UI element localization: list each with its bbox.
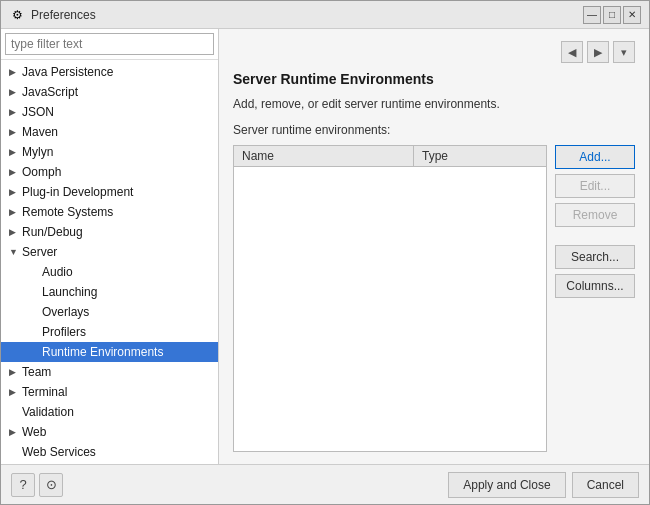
sidebar-item-server-launching[interactable]: Launching <box>1 282 218 302</box>
side-buttons: Add... Edit... Remove Search... Columns.… <box>555 145 635 452</box>
expand-arrow: ▶ <box>9 127 19 137</box>
sidebar-item-oomph[interactable]: ▶ Oomph <box>1 162 218 182</box>
sidebar-item-label: Oomph <box>22 165 61 179</box>
panel-title: Server Runtime Environments <box>233 71 635 87</box>
columns-button[interactable]: Columns... <box>555 274 635 298</box>
preferences-icon: ⚙ <box>9 7 25 23</box>
sidebar-item-label: Validation <box>22 405 74 419</box>
sidebar-item-web[interactable]: ▶ Web <box>1 422 218 442</box>
sidebar-item-label: Web Services <box>22 445 96 459</box>
settings-button[interactable]: ⊙ <box>39 473 63 497</box>
runtime-environments-table[interactable]: Name Type <box>233 145 547 452</box>
sidebar-item-javascript[interactable]: ▶ JavaScript <box>1 82 218 102</box>
preferences-window: ⚙ Preferences — □ ✕ ▶ Java Persistence ▶… <box>0 0 650 505</box>
expand-arrow <box>29 307 39 317</box>
sidebar-item-label: Terminal <box>22 385 67 399</box>
bottom-right-buttons: Apply and Close Cancel <box>448 472 639 498</box>
sidebar: ▶ Java Persistence ▶ JavaScript ▶ JSON ▶… <box>1 29 219 464</box>
minimize-button[interactable]: — <box>583 6 601 24</box>
bottom-bar: ? ⊙ Apply and Close Cancel <box>1 464 649 504</box>
right-panel: ◀ ▶ ▾ Server Runtime Environments Add, r… <box>219 29 649 464</box>
column-type: Type <box>414 146 546 166</box>
sidebar-item-server-runtime-environments[interactable]: Runtime Environments <box>1 342 218 362</box>
expand-arrow: ▶ <box>9 367 19 377</box>
cancel-button[interactable]: Cancel <box>572 472 639 498</box>
add-button[interactable]: Add... <box>555 145 635 169</box>
expand-arrow <box>29 267 39 277</box>
sidebar-item-server-profilers[interactable]: Profilers <box>1 322 218 342</box>
table-area: Name Type Add... Edit... Remove Search..… <box>233 145 635 452</box>
panel-list-label: Server runtime environments: <box>233 123 635 137</box>
edit-button[interactable]: Edit... <box>555 174 635 198</box>
sidebar-item-server-audio[interactable]: Audio <box>1 262 218 282</box>
sidebar-item-terminal[interactable]: ▶ Terminal <box>1 382 218 402</box>
search-input[interactable] <box>5 33 214 55</box>
expand-arrow <box>9 407 19 417</box>
sidebar-item-label: Plug-in Development <box>22 185 133 199</box>
help-button[interactable]: ? <box>11 473 35 497</box>
sidebar-item-server-overlays[interactable]: Overlays <box>1 302 218 322</box>
sidebar-item-mylyn[interactable]: ▶ Mylyn <box>1 142 218 162</box>
expand-arrow: ▶ <box>9 147 19 157</box>
expand-arrow: ▶ <box>9 427 19 437</box>
sidebar-item-label: JavaScript <box>22 85 78 99</box>
expand-arrow <box>29 347 39 357</box>
expand-arrow: ▶ <box>9 207 19 217</box>
search-button[interactable]: Search... <box>555 245 635 269</box>
main-content: ▶ Java Persistence ▶ JavaScript ▶ JSON ▶… <box>1 29 649 464</box>
sidebar-item-json[interactable]: ▶ JSON <box>1 102 218 122</box>
sidebar-item-java-persistence[interactable]: ▶ Java Persistence <box>1 62 218 82</box>
expand-arrow: ▶ <box>9 167 19 177</box>
table-header: Name Type <box>234 146 546 167</box>
sidebar-item-label: Run/Debug <box>22 225 83 239</box>
forward-button[interactable]: ▶ <box>587 41 609 63</box>
search-box <box>1 29 218 60</box>
back-button[interactable]: ◀ <box>561 41 583 63</box>
sidebar-item-label: Mylyn <box>22 145 53 159</box>
expand-arrow <box>29 287 39 297</box>
sidebar-item-web-services[interactable]: Web Services <box>1 442 218 462</box>
title-bar: ⚙ Preferences — □ ✕ <box>1 1 649 29</box>
sidebar-item-label: Launching <box>42 285 97 299</box>
nav-dropdown-button[interactable]: ▾ <box>613 41 635 63</box>
sidebar-item-plugin-development[interactable]: ▶ Plug-in Development <box>1 182 218 202</box>
expand-arrow: ▶ <box>9 87 19 97</box>
sidebar-item-label: Team <box>22 365 51 379</box>
window-controls: — □ ✕ <box>583 6 641 24</box>
sidebar-item-label: Profilers <box>42 325 86 339</box>
sidebar-item-label: Overlays <box>42 305 89 319</box>
expand-arrow: ▶ <box>9 387 19 397</box>
sidebar-item-label: Java Persistence <box>22 65 113 79</box>
sidebar-item-server[interactable]: ▼ Server <box>1 242 218 262</box>
sidebar-item-label: Runtime Environments <box>42 345 163 359</box>
panel-description: Add, remove, or edit server runtime envi… <box>233 97 635 111</box>
expand-arrow: ▶ <box>9 187 19 197</box>
sidebar-item-remote-systems[interactable]: ▶ Remote Systems <box>1 202 218 222</box>
expand-arrow: ▶ <box>9 107 19 117</box>
table-body <box>234 167 546 451</box>
window-title: Preferences <box>31 8 96 22</box>
close-button[interactable]: ✕ <box>623 6 641 24</box>
bottom-left-buttons: ? ⊙ <box>11 473 63 497</box>
remove-button[interactable]: Remove <box>555 203 635 227</box>
navigation-row: ◀ ▶ ▾ <box>233 41 635 63</box>
sidebar-item-label: Server <box>22 245 57 259</box>
column-name: Name <box>234 146 414 166</box>
expand-arrow <box>9 447 19 457</box>
maximize-button[interactable]: □ <box>603 6 621 24</box>
expand-arrow: ▶ <box>9 67 19 77</box>
expand-arrow: ▼ <box>9 247 19 257</box>
sidebar-item-team[interactable]: ▶ Team <box>1 362 218 382</box>
sidebar-item-label: Web <box>22 425 46 439</box>
sidebar-item-label: Remote Systems <box>22 205 113 219</box>
sidebar-item-validation[interactable]: Validation <box>1 402 218 422</box>
sidebar-item-label: Audio <box>42 265 73 279</box>
sidebar-item-maven[interactable]: ▶ Maven <box>1 122 218 142</box>
title-bar-left: ⚙ Preferences <box>9 7 96 23</box>
sidebar-tree: ▶ Java Persistence ▶ JavaScript ▶ JSON ▶… <box>1 60 218 464</box>
apply-close-button[interactable]: Apply and Close <box>448 472 565 498</box>
sidebar-item-label: JSON <box>22 105 54 119</box>
sidebar-item-run-debug[interactable]: ▶ Run/Debug <box>1 222 218 242</box>
expand-arrow <box>29 327 39 337</box>
sidebar-item-label: Maven <box>22 125 58 139</box>
